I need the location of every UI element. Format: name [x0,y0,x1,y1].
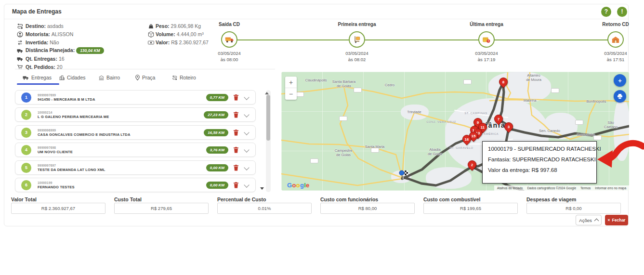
report-error-link[interactable]: Informar erro no mapa [595,186,626,190]
map-place-label: Trindade [407,110,421,114]
summary-value-custo-total: R$ 279,65 [114,203,209,214]
map-infowindow: 10000179 - SUPERMERCADO RATACHESKI Fanta… [482,141,597,183]
chevron-down-icon[interactable] [244,94,249,100]
acoes-button[interactable]: Ações [576,215,602,225]
chevron-down-icon[interactable] [244,182,249,187]
timeline-node-saida-cd: Saída CD 03/05/2024 às 08:00 [196,22,263,62]
map-district-label: ST. GARAVELO [450,146,473,149]
weight-icon [148,23,154,29]
road-shield [371,148,379,153]
map-place-label: Altamiro de Moura [526,73,541,82]
delivery-name: CASA GONCALVES COMERCIO E INDUSTRIA LTDA [38,132,204,137]
terms-link[interactable]: Termos [580,186,591,190]
chevron-down-icon[interactable] [244,165,249,170]
tab-cidades[interactable]: Cidades [59,75,86,80]
chevron-up-icon [594,219,599,223]
km-badge: 0,00 KM [206,164,228,171]
route-icon [172,75,177,80]
route-start-flag-icon[interactable] [398,170,409,180]
scroll-down-icon[interactable] [260,187,264,190]
delivery-row[interactable]: 5 9999997697TESTE DA DEMANDA LAT LONG XM… [15,160,256,175]
map-place-label: Santa Bárbara de Goiás [332,79,355,88]
km-badge: 27,23 KM [204,111,228,118]
scrollbar-thumb[interactable] [266,95,270,141]
trash-icon[interactable] [233,146,239,153]
trash-icon[interactable] [233,164,239,171]
warehouse-icon [607,31,624,48]
info-peso: Peso:29.606,98 Kg [156,23,201,29]
trash-icon[interactable] [233,182,239,188]
info-qt-entregas: Qt. Entregas:16 [26,56,65,62]
cart-icon [17,64,23,70]
active-tab-underline [17,83,59,85]
tab-bairro[interactable]: Bairro [99,75,120,80]
summary-label-percentual-custo: Percentual de Custo [217,196,266,202]
card-header: Mapa de Entregas ? ! [4,4,628,19]
driver-icon [17,31,23,38]
summary-value-percentual-custo: 0.01% [217,203,312,214]
chevron-down-icon[interactable] [244,147,249,152]
km-badge: 16,58 KM [204,129,228,136]
km-badge: 0,77 KM [206,94,228,101]
delivery-row[interactable]: 1 9999997699941450 - MERCEARIA B M LTDA … [15,90,256,105]
chevron-down-icon[interactable] [244,130,249,135]
road-shield [551,88,559,93]
list-scrollbar[interactable] [266,90,271,192]
sequence-badge: 1 [21,92,31,103]
trash-icon[interactable] [233,94,239,101]
trash-icon[interactable] [233,129,239,136]
delivery-row[interactable]: 4 9999997698UM NOVO CLIENTE 3,76 KM [15,143,256,157]
info-distancia: Distância Planejada:130,04 KM [26,47,104,54]
map-attribution: Atalhos do teclado Dados cartográficos ©… [494,185,629,191]
swap-icon [17,39,23,46]
map[interactable]: Claudinápolis Santa Bárbara de Goiás Ced… [281,72,629,191]
map-zoom-control: + − [285,77,297,100]
map-add-button[interactable]: + [614,74,626,87]
map-place-label: Cedro [385,83,394,87]
delivery-name: UM NOVO CLIENTE [38,150,206,154]
keyboard-shortcuts-link[interactable]: Atalhos do teclado [497,186,523,190]
infowindow-fantasia: Fantasia: SUPERMERCADO RATACHESKI [488,157,591,162]
truck-depart-icon [221,31,237,48]
delivery-code: 10000199 [38,181,206,184]
road-shield [575,120,583,125]
chevron-down-icon[interactable] [244,112,249,117]
help-icon[interactable]: ? [601,7,611,17]
road-shield [354,88,362,92]
map-place-label: São Caetano [602,120,620,129]
google-logo[interactable]: Google [287,182,310,189]
road-shield [339,116,347,121]
delivery-code: 10000214 [38,111,204,114]
zoom-out-button[interactable]: − [285,88,297,100]
delivery-row[interactable]: 2 10000214L G GALENO PEREIRA MERCEARIA M… [15,107,256,122]
delivery-code: 9999997697 [38,164,206,167]
sequence-badge: 5 [21,163,31,173]
alert-icon[interactable]: ! [617,7,627,17]
delivery-name: TESTE DA DEMANDA LAT LONG XML [38,168,206,172]
delivery-name: L G GALENO PEREIRA MERCEARIA ME [38,115,204,119]
map-print-button[interactable] [614,90,626,103]
building-icon [99,75,104,80]
scroll-up-icon[interactable] [265,92,269,94]
tab-roteiro[interactable]: Roteiro [172,75,196,80]
delivery-code: 9999996999 [38,129,204,132]
zoom-in-button[interactable]: + [285,77,297,88]
tab-praca[interactable]: Praça [135,75,155,80]
annotation-arrow [596,139,644,177]
summary-value-despesas-viagem: R$ 0,00 [526,203,621,214]
close-x-icon: × [608,218,610,223]
truck-icon [23,76,29,80]
summary-label-custo-funcionarios: Custo com funcionários [320,196,378,202]
panel-divider [15,69,275,69]
map-district-label: ST. CAMPINAS [464,112,487,115]
tab-entregas[interactable]: Entregas [23,75,52,80]
fechar-button[interactable]: × Fechar [605,215,628,225]
map-place-label: Santa Maria [365,144,384,149]
trash-icon[interactable] [233,111,239,118]
sequence-badge: 4 [21,145,31,155]
delivery-name: FERNANDO TESTES [38,185,206,189]
infowindow-valor: Valor da entrega: R$ 997.68 [488,167,591,173]
road-shield [296,92,304,97]
delivery-row[interactable]: 6 10000199FERNANDO TESTES 0,00 KM [15,178,256,192]
delivery-row[interactable]: 3 9999996999CASA GONCALVES COMERCIO E IN… [15,125,256,140]
